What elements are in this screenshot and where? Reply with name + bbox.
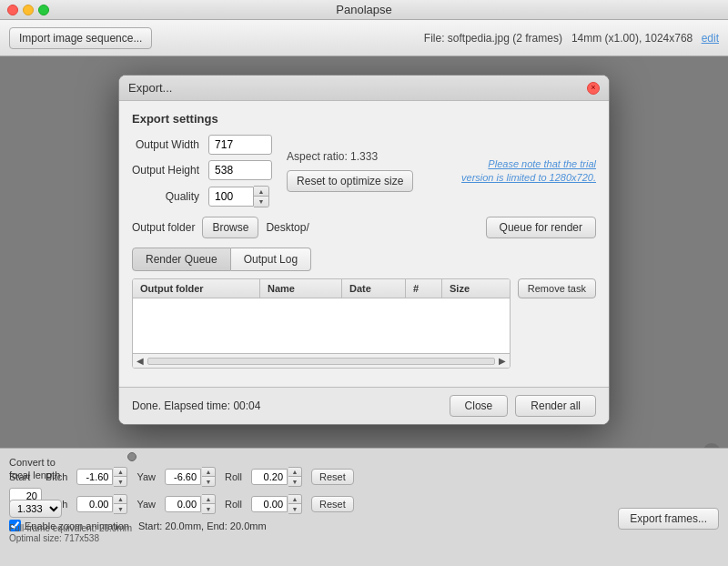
toolbar-left: Import image sequence... xyxy=(9,27,152,49)
roll-end-up-button[interactable]: ▲ xyxy=(288,495,301,504)
size-info: Full-frame equivalent: 20.0mm Optimal si… xyxy=(9,523,132,543)
yaw-start-spinner: ▲ ▼ xyxy=(165,467,216,487)
export-frames-button[interactable]: Export frames... xyxy=(618,508,719,530)
roll-end-label: Roll xyxy=(225,499,242,510)
remove-task-button[interactable]: Remove task xyxy=(518,278,596,298)
roll-start-label: Roll xyxy=(225,471,242,482)
output-folder-label: Output folder xyxy=(132,221,195,234)
pitch-end-up-button[interactable]: ▲ xyxy=(114,495,126,504)
pitch-end-down-button[interactable]: ▼ xyxy=(114,504,126,513)
quality-buttons: ▲ ▼ xyxy=(254,186,269,207)
toolbar-right: File: softpedia.jpg (2 frames) 14mm (x1.… xyxy=(424,32,719,45)
yaw-start-buttons: ▲ ▼ xyxy=(202,467,216,487)
tab-render-queue[interactable]: Render Queue xyxy=(132,248,231,271)
bottom-panel: Start Pitch ▲ ▼ Yaw ▲ ▼ Roll xyxy=(0,448,728,566)
browse-button[interactable]: Browse xyxy=(202,217,258,238)
scrollbar-track[interactable] xyxy=(147,358,495,365)
optimal-size-text: Optimal size: 717x538 xyxy=(9,533,132,543)
render-all-button[interactable]: Render all xyxy=(515,395,596,417)
output-width-input[interactable] xyxy=(208,135,272,155)
roll-start-input[interactable] xyxy=(251,469,288,485)
yaw-end-down-button[interactable]: ▼ xyxy=(202,504,215,513)
aspect-ratio-text: Aspect ratio: 1.333 xyxy=(287,150,413,163)
yaw-end-buttons: ▲ ▼ xyxy=(202,494,216,514)
quality-spinner: ▲ ▼ xyxy=(208,186,272,207)
aspect-reset-area: Aspect ratio: 1.333 Reset to optimize si… xyxy=(287,135,413,207)
dialog-close-button[interactable]: × xyxy=(587,82,600,95)
dialog-titlebar: Export... × xyxy=(119,76,609,101)
pitch-end-spinner: ▲ ▼ xyxy=(76,494,127,514)
yaw-end-input[interactable] xyxy=(165,496,201,512)
yaw-end-label: Yaw xyxy=(136,499,156,510)
quality-down-button[interactable]: ▼ xyxy=(254,197,268,207)
roll-start-down-button[interactable]: ▼ xyxy=(288,477,301,486)
pitch-end-input[interactable] xyxy=(76,496,113,512)
roll-start-spinner: ▲ ▼ xyxy=(251,467,302,487)
pitch-start-input[interactable] xyxy=(76,469,113,485)
fields-grid: Output Width Output Height Quality ▲ ▼ xyxy=(132,135,272,207)
aspect-ratio-area: 1.333 xyxy=(9,500,62,518)
full-equiv-text: Full-frame equivalent: 20.0mm xyxy=(9,523,132,533)
tab-output-log[interactable]: Output Log xyxy=(231,248,311,271)
pitch-end-buttons: ▲ ▼ xyxy=(114,494,127,514)
toolbar: Import image sequence... File: softpedia… xyxy=(0,20,728,56)
section-title: Export settings xyxy=(132,112,596,126)
file-info: File: softpedia.jpg (2 frames) 14mm (x1.… xyxy=(424,32,696,45)
reset-start-button[interactable]: Reset xyxy=(311,469,354,485)
roll-end-down-button[interactable]: ▼ xyxy=(288,504,301,513)
tabs: Render Queue Output Log xyxy=(132,248,596,271)
edit-link[interactable]: edit xyxy=(702,32,719,45)
yaw-end-up-button[interactable]: ▲ xyxy=(202,495,215,504)
close-dialog-button[interactable]: Close xyxy=(450,395,509,417)
roll-end-spinner: ▲ ▼ xyxy=(251,494,302,514)
dialog-buttons: Close Render all xyxy=(450,395,596,417)
main-area: i Export... × Export settings Output Wid… xyxy=(0,56,728,566)
roll-start-up-button[interactable]: ▲ xyxy=(288,468,301,477)
table-area: Output folder Name Date # Size ◀ ▶ xyxy=(132,278,596,376)
th-output-folder: Output folder xyxy=(133,279,260,298)
output-height-input[interactable] xyxy=(208,160,272,180)
slider-row xyxy=(0,449,728,463)
table-scrollbar[interactable]: ◀ ▶ xyxy=(133,353,510,368)
output-height-label: Output Height xyxy=(132,164,199,177)
titlebar: Panolapse xyxy=(0,0,728,20)
status-text: Done. Elapsed time: 00:04 xyxy=(132,399,260,412)
th-number: # xyxy=(406,279,442,298)
reset-size-button[interactable]: Reset to optimize size xyxy=(287,170,413,192)
scroll-left-arrow[interactable]: ◀ xyxy=(136,356,144,366)
yaw-start-input[interactable] xyxy=(165,469,201,485)
yaw-start-down-button[interactable]: ▼ xyxy=(202,477,215,486)
dialog-body: Export settings Output Width Output Heig… xyxy=(119,101,609,387)
roll-end-input[interactable] xyxy=(251,496,288,512)
pitch-start-spinner: ▲ ▼ xyxy=(76,467,127,487)
quality-input[interactable] xyxy=(208,187,254,207)
th-name: Name xyxy=(260,279,342,298)
export-dialog: Export... × Export settings Output Width… xyxy=(118,75,610,425)
convert-label: Convert tofocal length xyxy=(9,456,60,482)
minimize-button[interactable] xyxy=(23,5,34,15)
pitch-start-up-button[interactable]: ▲ xyxy=(114,468,126,477)
aspect-ratio-select[interactable]: 1.333 xyxy=(9,500,62,518)
output-width-label: Output Width xyxy=(132,138,199,151)
render-table: Output folder Name Date # Size ◀ ▶ xyxy=(132,278,511,369)
pitch-start-buttons: ▲ ▼ xyxy=(114,467,127,487)
dialog-title: Export... xyxy=(128,81,172,95)
quality-label: Quality xyxy=(132,190,199,203)
th-size: Size xyxy=(442,279,497,298)
th-date: Date xyxy=(342,279,406,298)
scroll-right-arrow[interactable]: ▶ xyxy=(499,356,506,366)
import-sequence-button[interactable]: Import image sequence... xyxy=(9,27,152,49)
maximize-button[interactable] xyxy=(38,5,49,15)
folder-path: Desktop/ xyxy=(266,221,308,234)
close-button[interactable] xyxy=(7,5,18,15)
slider-handle[interactable] xyxy=(127,452,136,461)
settings-area: Output Width Output Height Quality ▲ ▼ xyxy=(132,135,596,207)
table-wrapper: Output folder Name Date # Size ◀ ▶ xyxy=(132,278,511,376)
quality-up-button[interactable]: ▲ xyxy=(254,187,268,197)
dialog-statusbar: Done. Elapsed time: 00:04 Close Render a… xyxy=(119,387,609,424)
reset-end-button[interactable]: Reset xyxy=(311,496,354,512)
pitch-start-down-button[interactable]: ▼ xyxy=(114,477,126,486)
yaw-start-up-button[interactable]: ▲ xyxy=(202,468,215,477)
table-body xyxy=(133,298,510,353)
queue-render-button[interactable]: Queue for render xyxy=(486,217,596,238)
